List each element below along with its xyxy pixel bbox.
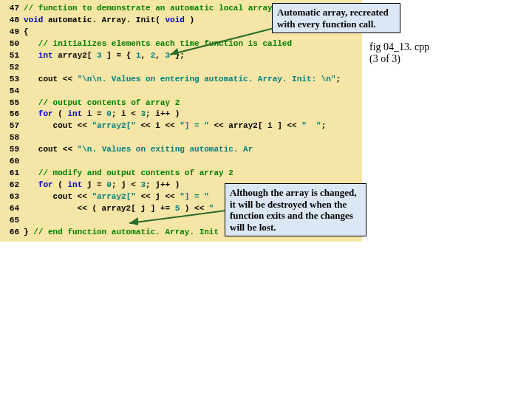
code-line: 58 [0,132,362,144]
arrow-to-int-line [163,24,281,61]
code-line: 57 cout << "array2[" << i << "] = " << a… [0,120,362,132]
code-content: cout << "\n\n. Values on entering automa… [24,74,341,86]
code-content: // output contents of array 2 [24,98,180,109]
line-number: 57 [0,120,24,132]
line-number: 50 [0,38,24,50]
line-number: 47 [0,3,24,15]
line-number: 64 [0,203,24,215]
line-number: 53 [0,74,24,86]
code-content: // function to demonstrate an automatic … [24,3,273,15]
callout-destroyed: Although the array is changed, it will b… [225,183,366,236]
svg-line-0 [170,27,277,55]
code-line: 60 [0,156,362,168]
code-content: int array2[ 3 ] = { 1, 2, 3 }; [24,50,185,62]
line-number: 65 [0,215,24,227]
code-content: // modify and output contents of array 2 [24,168,233,180]
code-content: cout << "\n. Values on exiting automatic… [24,144,253,156]
file-label: fig 04_13. cpp [369,41,429,53]
arrow-to-for-j [122,207,233,229]
line-number: 59 [0,144,24,156]
line-number: 54 [0,86,24,98]
code-line: 59 cout << "\n. Values on exiting automa… [0,144,362,156]
code-content: { [24,27,29,38]
svg-line-2 [129,211,225,223]
line-number: 48 [0,15,24,27]
line-number: 49 [0,27,24,38]
line-number: 58 [0,132,24,144]
code-content: cout << "array2[" << i << "] = " << arra… [24,120,326,132]
line-number: 52 [0,62,24,74]
line-number: 60 [0,156,24,168]
code-content: for ( int i = 0; i < 3; i++ ) [24,109,180,120]
line-number: 62 [0,180,24,191]
code-line: 54 [0,86,362,98]
code-line: 53 cout << "\n\n. Values on entering aut… [0,74,362,86]
line-number: 51 [0,50,24,62]
line-number: 55 [0,98,24,109]
code-content: for ( int j = 0; j < 3; j++ ) [24,180,180,191]
line-number: 56 [0,109,24,120]
code-content: cout << "array2[" << j << "] = " [24,191,209,203]
code-line: 52 [0,62,362,74]
line-number: 63 [0,191,24,203]
code-line: 61 // modify and output contents of arra… [0,168,362,180]
page-label: (3 of 3) [369,53,429,65]
code-line: 55 // output contents of array 2 [0,98,362,109]
callout-automatic-array: Automatic array, recreated with every fu… [272,3,400,33]
svg-marker-1 [170,48,179,55]
side-label: fig 04_13. cpp (3 of 3) [369,41,429,65]
line-number: 66 [0,227,24,239]
line-number: 61 [0,168,24,180]
code-line: 56 for ( int i = 0; i < 3; i++ ) [0,109,362,120]
code-block: Automatic array, recreated with every fu… [0,0,362,242]
svg-marker-3 [129,217,138,225]
